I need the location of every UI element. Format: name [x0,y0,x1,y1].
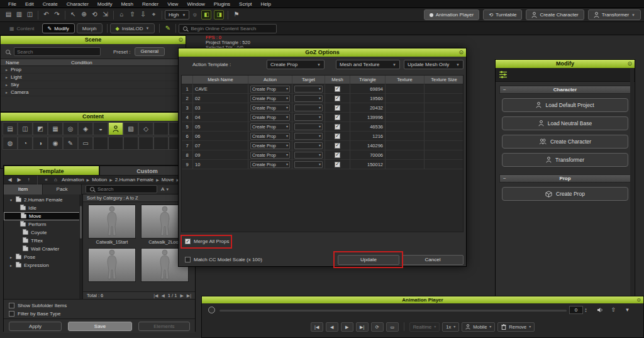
table-row[interactable]: 5 05 Create Prop▾ ▾ ✓ 46536 [182,122,463,132]
undo-icon[interactable]: ↶ [41,9,52,20]
thumbnail-item[interactable] [88,248,136,289]
scene-row-light[interactable]: ▸ Light [1,74,186,81]
menu-help[interactable]: Help [257,0,275,8]
breadcrumb-move[interactable]: Move [162,177,174,183]
action-dropdown[interactable]: Create Prop▾ [250,86,290,93]
breadcrumb-animation[interactable]: Animation [62,177,84,183]
content-category-icon[interactable]: ▦ [48,122,63,135]
preset-general-button[interactable]: General [135,47,165,56]
tree-item-move[interactable]: Move [4,212,82,220]
cancel-button[interactable]: Cancel [402,255,464,265]
tree-item-perform[interactable]: Perform [4,220,82,228]
create-character-panel-button[interactable]: Create Character [502,135,628,149]
save-button[interactable]: Save [68,322,132,331]
menu-edit[interactable]: Edit [21,0,38,8]
menu-modify[interactable]: Modify [93,0,117,8]
table-row[interactable]: 4 04 Create Prop▾ ▾ ✓ 139996 [182,113,463,122]
quality-dropdown[interactable]: High ▼ [165,10,189,20]
scene-search-input[interactable] [14,47,101,56]
collapse-minus-icon[interactable]: − [503,87,506,93]
instalod-button[interactable]: ◆ InstaLOD ▼ [110,23,155,33]
content-panel-header[interactable]: Content ⊙ [1,113,186,121]
play-button[interactable]: ▶ [341,322,353,332]
action-dropdown[interactable]: Create Prop▾ [250,133,290,140]
morph-mode-button[interactable]: Morph [77,23,103,33]
action-template-dropdown[interactable]: Create Prop ▼ [267,60,325,69]
match-cc-scale-checkbox[interactable] [185,257,191,262]
create-character-button[interactable]: Create Character [526,9,584,20]
apply-button[interactable]: Apply [9,322,62,331]
speaker-icon[interactable] [595,306,604,315]
target-dropdown[interactable]: ▾ [294,142,323,149]
content-mode-button[interactable]: ▦ Content [4,23,40,33]
menu-create[interactable]: Create [38,0,62,8]
collapse-minus-icon[interactable]: − [503,176,506,181]
page-prev-icon[interactable]: ◀ [161,293,164,298]
export-icon[interactable]: ⇧ [127,9,138,20]
action-dropdown[interactable]: Create Prop▾ [250,161,290,168]
timeline-knob[interactable] [208,307,215,313]
scene-panel-header[interactable]: Scene ⊙ [1,36,186,44]
mesh-checkbox[interactable]: ✓ [335,105,340,111]
select-tool-icon[interactable]: ↖ [68,9,79,20]
panel-menu-icon[interactable]: ⊙ [178,36,183,44]
table-row[interactable]: 3 03 Create Prop▾ ▾ ✓ 20432 [182,103,463,113]
goz-dialog-header[interactable]: GoZ Options ⊙ [179,48,466,57]
mesh-checkbox[interactable]: ✓ [335,96,340,101]
go-to-end-button[interactable]: ▶| [356,322,369,332]
content-category-icon[interactable]: ▭ [78,137,93,150]
modify-mode-button[interactable]: ✎ Modify [42,23,75,33]
save-project-icon[interactable]: ◫ [25,9,35,20]
table-row[interactable]: 7 07 Create Prop▾ ▾ ✓ 140296 [182,141,463,150]
action-dropdown[interactable]: Create Prop▾ [250,104,290,111]
tree-item-idle[interactable]: Idle [4,204,82,212]
table-row[interactable]: 9 10 Create Prop▾ ▾ ✓ 150012 [182,160,463,169]
nav-back-icon[interactable]: ◀ [6,177,13,183]
page-first-icon[interactable]: |◀ [153,293,158,298]
range-button[interactable]: ▭ [386,322,399,332]
panel-menu-icon[interactable]: ⊙ [458,48,464,57]
menu-script[interactable]: Script [235,0,256,8]
expander-icon[interactable]: ▸ [6,74,8,81]
transformer-button[interactable]: Transformer ▼ [588,9,641,20]
expander-icon[interactable]: ▸ [9,263,13,268]
content-category-icon[interactable]: ◍ [3,137,18,150]
content-category-icon[interactable]: ◒ [93,122,108,135]
breadcrumb-motion[interactable]: Motion [92,177,107,183]
online-content-search-input[interactable] [191,26,272,31]
stepper-down-icon[interactable]: ▼ [585,310,587,313]
table-row[interactable]: 6 06 Create Prop▾ ▾ ✓ 1216 [182,132,463,141]
move-tool-icon[interactable]: ⊕ [79,9,89,20]
open-project-icon[interactable]: ▥ [14,9,25,20]
import-icon[interactable]: ⇩ [138,9,148,20]
tab-item[interactable]: Item [4,184,43,194]
elements-button[interactable]: Elements [138,322,190,331]
modify-scrollbar[interactable] [630,69,634,302]
target-dropdown[interactable]: ▾ [294,114,323,121]
expander-icon[interactable]: ▾ [9,198,13,202]
load-default-project-button[interactable]: Load Default Project [502,98,628,112]
content-category-icon[interactable]: ◔ [18,137,33,150]
turntable-button[interactable]: ⟲ Turntable [483,9,522,20]
remove-dropdown[interactable]: Remove ▾ [497,322,535,332]
content-category-icon[interactable]: ◎ [63,122,78,135]
page-next-icon[interactable]: ▶ [180,293,183,298]
content-category-icon[interactable]: ✎ [63,137,78,150]
expander-icon[interactable]: ▸ [6,89,8,96]
animation-player-header[interactable]: Animation Player ⊙ [202,296,643,303]
load-neutral-base-button[interactable]: Load Neutral Base [502,116,628,130]
speed-dropdown[interactable]: 1x ▾ [442,322,459,332]
filter-base-type-checkbox[interactable] [9,311,14,317]
content-category-motion-icon[interactable] [108,122,123,135]
redo-icon[interactable]: ↷ [52,9,62,20]
modify-panel-header[interactable]: Modify ⊙ [496,60,635,68]
target-dropdown[interactable]: ▾ [294,123,323,130]
target-dropdown[interactable]: ▾ [294,152,323,159]
timeline-track[interactable] [219,310,567,312]
content-category-icon[interactable]: ▤ [3,122,18,135]
scene-row-prop[interactable]: ▸ Prop [1,66,186,74]
content-category-icon[interactable]: ◫ [18,122,33,135]
tree-item-wall-crawler[interactable]: Wall Crawler [4,245,82,253]
action-dropdown[interactable]: Create Prop▾ [250,142,290,149]
tab-template[interactable]: Template [4,166,99,176]
